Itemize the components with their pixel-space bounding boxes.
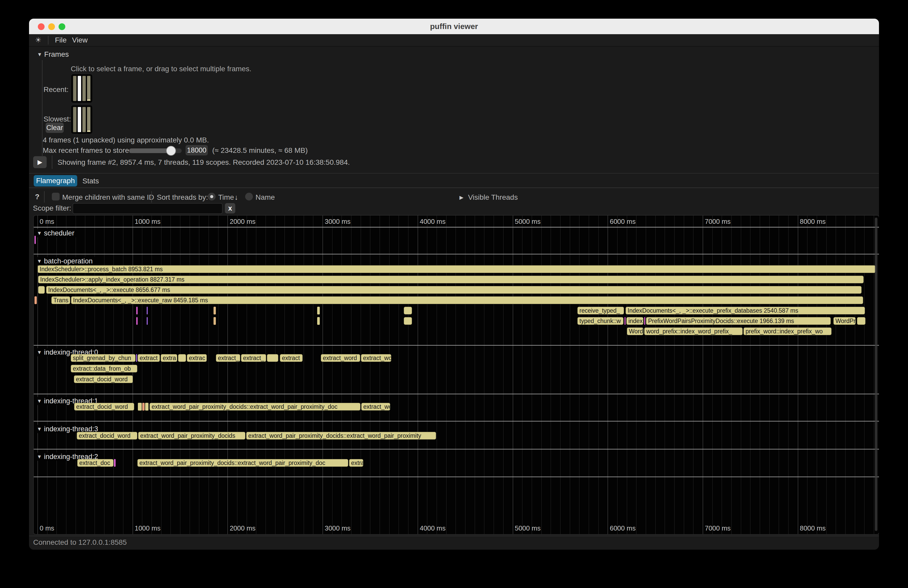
scope-bar[interactable] xyxy=(404,307,412,315)
scope-bar[interactable] xyxy=(267,354,278,362)
scope-bar[interactable] xyxy=(142,403,145,411)
frame-bar[interactable] xyxy=(78,76,81,101)
scope-bar[interactable] xyxy=(404,317,412,325)
scope-bar[interactable]: extract_docid_word xyxy=(77,432,137,440)
scope-bar[interactable]: Word xyxy=(627,328,644,335)
play-button[interactable]: ▶ xyxy=(33,156,47,168)
scope-bar[interactable] xyxy=(214,317,216,325)
collapse-triangle-icon: ▼ xyxy=(37,349,42,355)
scope-bar[interactable] xyxy=(625,317,626,325)
gridline-minor xyxy=(589,215,589,534)
frame-bar[interactable] xyxy=(87,107,90,130)
scope-bar[interactable]: extract_word xyxy=(321,354,360,362)
scope-bar[interactable]: extract_ xyxy=(216,354,240,362)
scope-bar[interactable]: extrac xyxy=(187,354,207,362)
theme-sun-icon[interactable]: ☀ xyxy=(35,34,42,46)
scope-bar[interactable]: extrac xyxy=(349,459,363,467)
thread-header-scheduler[interactable]: ▼scheduler xyxy=(36,229,77,237)
frame-bar[interactable] xyxy=(73,107,76,132)
scope-bar[interactable]: extract_word_pair_proximity_docids xyxy=(138,432,245,440)
scope-bar[interactable]: extract_word_pair_proximity_docids::extr… xyxy=(246,432,436,440)
sort-name-radio[interactable] xyxy=(245,193,253,201)
scope-bar[interactable]: extract::data_from_ob xyxy=(71,365,137,373)
frame-bar[interactable] xyxy=(73,76,76,101)
scope-bar[interactable] xyxy=(145,403,148,411)
scope-bar[interactable]: extract xyxy=(280,354,303,362)
scope-bar[interactable] xyxy=(136,354,137,362)
sort-time-radio[interactable] xyxy=(208,193,216,201)
scope-bar[interactable] xyxy=(317,317,320,325)
scope-bar[interactable] xyxy=(38,286,45,294)
tab-stats[interactable]: Stats xyxy=(82,177,99,185)
frame-bar[interactable] xyxy=(87,76,90,100)
frame-bar[interactable] xyxy=(78,107,81,132)
scope-bar[interactable] xyxy=(138,403,142,411)
tab-flamegraph[interactable]: Flamegraph xyxy=(34,175,77,186)
scope-bar[interactable] xyxy=(857,317,866,325)
scope-bar[interactable]: extract xyxy=(138,354,160,362)
scope-bar[interactable] xyxy=(147,317,148,325)
scope-bar[interactable]: extract_docid_word xyxy=(74,403,134,411)
gridline-minor xyxy=(142,215,142,534)
flamegraph-canvas[interactable]: 0 ms0 ms1000 ms1000 ms2000 ms2000 ms3000… xyxy=(33,215,879,535)
scope-bar[interactable]: IndexDocuments<_, _>::execute_prefix_dat… xyxy=(626,307,865,315)
scope-bar[interactable]: extract_word_pair_proximity_docids::extr… xyxy=(150,403,361,411)
frame-summary: Showing frame #2, 8957.4 ms, 7 threads, … xyxy=(58,158,350,167)
title-bar: puffin viewer xyxy=(29,19,879,34)
help-button[interactable]: ? xyxy=(35,193,39,201)
axis-tick-label-top: 4000 ms xyxy=(420,218,446,226)
scope-bar[interactable]: IndexScheduler>::process_batch 8953.821 … xyxy=(37,265,876,273)
scope-bar[interactable]: extract_ xyxy=(241,354,266,362)
clear-button[interactable]: Clear xyxy=(46,122,64,133)
scope-bar[interactable]: extract_doc xyxy=(77,459,114,467)
recent-frames-thumbnail[interactable] xyxy=(71,74,93,103)
scope-filter-clear-button[interactable]: x xyxy=(225,203,235,214)
scope-bar[interactable]: IndexScheduler>::apply_index_operation 8… xyxy=(38,276,864,283)
slider-knob[interactable] xyxy=(166,146,176,156)
scope-bar[interactable]: split_grenad_by_chun xyxy=(71,354,135,362)
scope-bar[interactable]: PrefixWordPairsProximityDocids::execute … xyxy=(646,317,831,325)
axis-tick-label-bottom: 0 ms xyxy=(40,524,54,532)
slowest-frames-thumbnail[interactable] xyxy=(71,105,93,134)
menu-view[interactable]: View xyxy=(72,34,88,46)
scope-bar[interactable] xyxy=(214,307,216,315)
scope-bar[interactable]: receive_typed_ xyxy=(577,307,624,315)
scope-bar[interactable] xyxy=(34,296,37,304)
scope-bar[interactable]: extract_word_pair_proximity_docids::extr… xyxy=(137,459,348,467)
frame-bar[interactable] xyxy=(82,76,86,101)
scope-filter-input[interactable] xyxy=(72,203,222,214)
menu-file[interactable]: File xyxy=(55,34,67,46)
scope-bar[interactable]: extract_wo xyxy=(361,403,390,411)
visible-threads-collapsible[interactable]: ▶ Visible Threads xyxy=(459,193,518,201)
frame-bar[interactable] xyxy=(82,107,86,132)
scope-bar[interactable] xyxy=(147,307,148,315)
axis-tick-label-top: 1000 ms xyxy=(135,218,161,226)
merge-children-checkbox[interactable] xyxy=(52,193,60,201)
scope-bar[interactable]: WordPr xyxy=(833,317,856,325)
scope-bar[interactable]: extra xyxy=(161,354,177,362)
scope-bar[interactable]: prefix_word::index_prefix_wo xyxy=(744,328,832,335)
frames-collapsible-header[interactable]: ▼ Frames xyxy=(37,50,69,59)
axis-separator xyxy=(34,227,879,227)
max-frames-value[interactable]: 18000 xyxy=(185,145,208,156)
scope-bar[interactable]: IndexDocuments<_, _>::execute 8656.677 m… xyxy=(46,286,861,294)
scope-bar[interactable] xyxy=(178,354,186,362)
scope-bar[interactable] xyxy=(317,307,320,315)
scope-bar[interactable]: extract_docid_word xyxy=(74,375,133,383)
scope-bar[interactable]: word_prefix::index_word_prefix_ xyxy=(644,328,743,335)
scope-bar[interactable]: index xyxy=(626,317,644,325)
scrollbar[interactable] xyxy=(875,218,877,531)
scope-bar[interactable] xyxy=(644,317,645,325)
collapse-triangle-icon: ▼ xyxy=(37,426,42,432)
sort-direction-icon[interactable]: ↓ xyxy=(235,193,238,201)
thread-header-batch-operation[interactable]: ▼batch-operation xyxy=(36,257,95,265)
scope-bar[interactable] xyxy=(114,459,116,467)
scope-bar[interactable] xyxy=(136,307,138,315)
scope-bar[interactable] xyxy=(136,317,138,325)
scope-bar[interactable]: IndexDocuments<_, _>::execute_raw 8459.1… xyxy=(71,296,863,304)
scope-bar[interactable]: Trans xyxy=(51,296,70,304)
scope-bar[interactable] xyxy=(34,236,36,244)
axis-tick-label-bottom: 7000 ms xyxy=(705,524,731,532)
scope-bar[interactable]: typed_chunk::w xyxy=(577,317,623,325)
scope-bar[interactable]: extract_wo xyxy=(361,354,391,362)
